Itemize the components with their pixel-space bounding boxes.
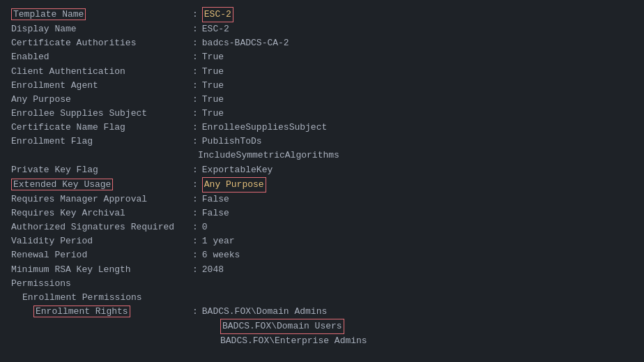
table-row: Extended Key Usage:Any Purpose (11, 177, 633, 193)
property-key: Any Purpose (11, 93, 192, 107)
table-row: IncludeSymmetricAlgorithms (11, 149, 633, 163)
table-row: Certificate Authorities:badcs-BADCS-CA-2 (11, 36, 633, 50)
separator: : (192, 22, 198, 36)
property-key: Permissions (11, 277, 192, 291)
property-key: Private Key Flag (11, 163, 192, 177)
separator: : (192, 305, 198, 319)
table-row: Template Name:ESC-2 (11, 7, 633, 22)
table-row: Any Purpose:True (11, 93, 633, 107)
property-value: badcs-BADCS-CA-2 (202, 36, 289, 50)
table-row: Validity Period:1 year (11, 234, 633, 248)
property-value: ESC-2 (202, 22, 229, 36)
table-row: Certificate Name Flag:EnrolleeSuppliesSu… (11, 121, 633, 135)
property-value: True (202, 65, 224, 79)
separator: : (192, 93, 198, 107)
property-value: 1 year (202, 234, 235, 248)
outlined-continuation-value: BADCS.FOX\Domain Users (220, 319, 344, 334)
property-key: Enabled (11, 50, 192, 64)
table-row: Requires Key Archival:False (11, 206, 633, 220)
table-row: Client Authentication:True (11, 65, 633, 79)
separator: : (192, 135, 198, 149)
property-value: ExportableKey (202, 163, 273, 177)
property-key: Extended Key Usage (11, 178, 192, 192)
property-key: Client Authentication (11, 65, 192, 79)
property-value: EnrolleeSuppliesSubject (202, 121, 327, 135)
table-row: Enrollment Flag:PublishToDs (11, 135, 633, 149)
property-key: Authorized Signatures Required (11, 220, 192, 234)
separator: : (192, 193, 198, 206)
property-key: Validity Period (11, 234, 192, 248)
separator: : (192, 206, 198, 220)
separator: : (192, 79, 198, 93)
table-row: Enrollment Permissions (11, 291, 633, 305)
separator: : (192, 121, 198, 135)
table-row: Enrollee Supplies Subject:True (11, 107, 633, 121)
separator: : (192, 163, 198, 177)
table-row: Minimum RSA Key Length:2048 (11, 263, 633, 277)
property-value: False (202, 193, 229, 206)
separator: : (192, 107, 198, 121)
property-value: 2048 (202, 263, 224, 277)
separator: : (192, 36, 198, 50)
continuation-value: IncludeSymmetricAlgorithms (198, 149, 339, 163)
property-value: True (202, 79, 224, 93)
property-value: ESC-2 (202, 7, 233, 22)
terminal-output: Template Name:ESC-2Display Name:ESC-2Cer… (11, 7, 633, 355)
separator: : (192, 220, 198, 234)
table-row: Renewal Period:6 weeks (11, 248, 633, 262)
separator: : (192, 50, 198, 64)
table-row: Authorized Signatures Required:0 (11, 220, 633, 234)
property-value: 6 weeks (202, 248, 240, 262)
table-row: BADCS.FOX\Domain Users (11, 319, 633, 334)
property-value: False (202, 206, 229, 220)
separator: : (192, 8, 198, 22)
property-key: Enrollment Flag (11, 135, 192, 149)
table-row: Permissions (11, 277, 633, 291)
property-key: Enrollment Permissions (11, 291, 192, 305)
table-row: Private Key Flag:ExportableKey (11, 163, 633, 177)
property-key: Enrollment Agent (11, 79, 192, 93)
property-value: 0 (202, 220, 208, 234)
property-key: Enrollment Rights (11, 305, 192, 319)
table-row: Enrollment Agent:True (11, 79, 633, 93)
separator: : (192, 234, 198, 248)
property-key: Template Name (11, 8, 192, 22)
property-key: Renewal Period (11, 248, 192, 262)
table-row: BADCS.FOX\Enterprise Admins (11, 334, 633, 348)
table-row: Enabled:True (11, 50, 633, 64)
table-row: Display Name:ESC-2 (11, 22, 633, 36)
table-row (11, 348, 633, 362)
property-key: Display Name (11, 22, 192, 36)
property-value: True (202, 93, 224, 107)
property-key: Certificate Name Flag (11, 121, 192, 135)
separator: : (192, 178, 198, 192)
separator: : (192, 263, 198, 277)
property-value: True (202, 107, 224, 121)
property-key: Minimum RSA Key Length (11, 263, 192, 277)
separator: : (192, 248, 198, 262)
continuation-value: BADCS.FOX\Enterprise Admins (220, 334, 367, 348)
table-row: Enrollment Rights:BADCS.FOX\Domain Admin… (11, 305, 633, 319)
property-key: Requires Manager Approval (11, 193, 192, 206)
property-key: Requires Key Archival (11, 206, 192, 220)
property-key: Certificate Authorities (11, 36, 192, 50)
property-value: True (202, 50, 224, 64)
property-value: BADCS.FOX\Domain Admins (202, 305, 327, 319)
separator: : (192, 65, 198, 79)
property-value: Any Purpose (202, 177, 266, 193)
property-key: Enrollee Supplies Subject (11, 107, 192, 121)
table-row: Requires Manager Approval:False (11, 193, 633, 206)
property-value: PublishToDs (202, 135, 262, 149)
